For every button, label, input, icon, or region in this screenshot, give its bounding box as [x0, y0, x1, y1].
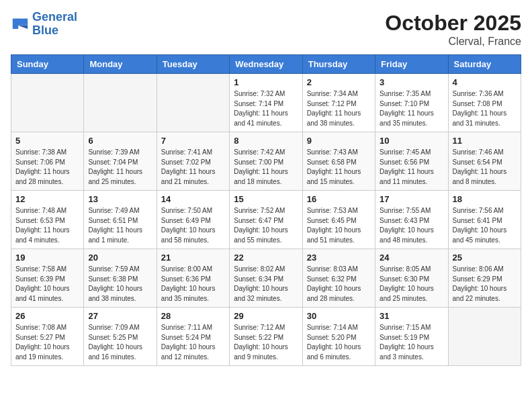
day-cell: 19Sunrise: 7:58 AM Sunset: 6:39 PM Dayli…	[11, 249, 84, 308]
week-row-5: 26Sunrise: 7:08 AM Sunset: 5:27 PM Dayli…	[11, 308, 521, 366]
day-number: 11	[453, 136, 517, 146]
header-cell-monday: Monday	[84, 55, 157, 74]
svg-marker-1	[17, 25, 28, 29]
day-info: Sunrise: 7:43 AM Sunset: 6:58 PM Dayligh…	[307, 148, 371, 187]
day-number: 9	[307, 136, 371, 146]
day-cell	[448, 308, 521, 366]
day-cell: 22Sunrise: 8:02 AM Sunset: 6:34 PM Dayli…	[230, 249, 302, 308]
day-info: Sunrise: 7:14 AM Sunset: 5:20 PM Dayligh…	[307, 323, 371, 362]
day-number: 18	[453, 194, 517, 204]
day-info: Sunrise: 8:02 AM Sunset: 6:34 PM Dayligh…	[234, 265, 298, 304]
day-number: 7	[161, 136, 225, 146]
day-cell: 27Sunrise: 7:09 AM Sunset: 5:25 PM Dayli…	[84, 308, 157, 366]
day-info: Sunrise: 8:05 AM Sunset: 6:30 PM Dayligh…	[380, 265, 443, 304]
day-number: 2	[307, 77, 371, 87]
day-cell: 14Sunrise: 7:50 AM Sunset: 6:49 PM Dayli…	[157, 191, 229, 249]
day-cell: 6Sunrise: 7:39 AM Sunset: 7:04 PM Daylig…	[84, 132, 157, 191]
day-cell: 15Sunrise: 7:52 AM Sunset: 6:47 PM Dayli…	[230, 191, 302, 249]
day-number: 1	[234, 77, 298, 87]
day-number: 29	[234, 311, 298, 321]
day-info: Sunrise: 8:03 AM Sunset: 6:32 PM Dayligh…	[307, 265, 371, 304]
day-number: 17	[380, 194, 443, 204]
logo-text: General Blue	[32, 11, 77, 38]
svg-rect-2	[13, 18, 18, 28]
day-cell: 20Sunrise: 7:59 AM Sunset: 6:38 PM Dayli…	[84, 249, 157, 308]
day-cell: 26Sunrise: 7:08 AM Sunset: 5:27 PM Dayli…	[11, 308, 84, 366]
day-number: 22	[234, 253, 298, 263]
day-number: 24	[380, 253, 443, 263]
header-row: SundayMondayTuesdayWednesdayThursdayFrid…	[11, 55, 521, 74]
day-cell: 24Sunrise: 8:05 AM Sunset: 6:30 PM Dayli…	[375, 249, 448, 308]
logo-icon	[11, 15, 30, 34]
day-info: Sunrise: 7:46 AM Sunset: 6:54 PM Dayligh…	[453, 148, 517, 187]
day-number: 30	[307, 311, 371, 321]
day-cell: 29Sunrise: 7:12 AM Sunset: 5:22 PM Dayli…	[230, 308, 302, 366]
day-cell: 2Sunrise: 7:34 AM Sunset: 7:12 PM Daylig…	[302, 74, 375, 132]
day-info: Sunrise: 7:50 AM Sunset: 6:49 PM Dayligh…	[161, 206, 225, 245]
day-info: Sunrise: 7:48 AM Sunset: 6:53 PM Dayligh…	[15, 206, 79, 245]
day-cell: 21Sunrise: 8:00 AM Sunset: 6:36 PM Dayli…	[157, 249, 229, 308]
day-info: Sunrise: 7:42 AM Sunset: 7:00 PM Dayligh…	[234, 148, 298, 187]
day-info: Sunrise: 7:39 AM Sunset: 7:04 PM Dayligh…	[88, 148, 152, 187]
day-cell: 17Sunrise: 7:55 AM Sunset: 6:43 PM Dayli…	[375, 191, 448, 249]
week-row-3: 12Sunrise: 7:48 AM Sunset: 6:53 PM Dayli…	[11, 191, 521, 249]
day-cell	[84, 74, 157, 132]
day-number: 20	[88, 253, 152, 263]
day-cell: 25Sunrise: 8:06 AM Sunset: 6:29 PM Dayli…	[448, 249, 521, 308]
day-cell: 3Sunrise: 7:35 AM Sunset: 7:10 PM Daylig…	[375, 74, 448, 132]
header-cell-friday: Friday	[375, 55, 448, 74]
day-info: Sunrise: 7:38 AM Sunset: 7:06 PM Dayligh…	[15, 148, 79, 187]
day-info: Sunrise: 7:15 AM Sunset: 5:19 PM Dayligh…	[380, 323, 443, 362]
day-cell: 8Sunrise: 7:42 AM Sunset: 7:00 PM Daylig…	[230, 132, 302, 191]
day-number: 5	[15, 136, 79, 146]
header-cell-saturday: Saturday	[448, 55, 521, 74]
day-cell: 11Sunrise: 7:46 AM Sunset: 6:54 PM Dayli…	[448, 132, 521, 191]
month-title: October 2025	[385, 11, 521, 36]
day-cell: 9Sunrise: 7:43 AM Sunset: 6:58 PM Daylig…	[302, 132, 375, 191]
day-number: 28	[161, 311, 225, 321]
day-info: Sunrise: 7:12 AM Sunset: 5:22 PM Dayligh…	[234, 323, 298, 362]
day-number: 21	[161, 253, 225, 263]
day-info: Sunrise: 7:34 AM Sunset: 7:12 PM Dayligh…	[307, 89, 371, 128]
day-number: 15	[234, 194, 298, 204]
day-number: 6	[88, 136, 152, 146]
day-cell: 12Sunrise: 7:48 AM Sunset: 6:53 PM Dayli…	[11, 191, 84, 249]
day-info: Sunrise: 7:45 AM Sunset: 6:56 PM Dayligh…	[380, 148, 443, 187]
day-info: Sunrise: 7:11 AM Sunset: 5:24 PM Dayligh…	[161, 323, 225, 362]
header: General Blue October 2025 Clerval, Franc…	[11, 11, 521, 48]
header-cell-tuesday: Tuesday	[157, 55, 229, 74]
day-info: Sunrise: 7:49 AM Sunset: 6:51 PM Dayligh…	[88, 206, 152, 245]
week-row-2: 5Sunrise: 7:38 AM Sunset: 7:06 PM Daylig…	[11, 132, 521, 191]
day-cell: 28Sunrise: 7:11 AM Sunset: 5:24 PM Dayli…	[157, 308, 229, 366]
header-cell-wednesday: Wednesday	[230, 55, 302, 74]
day-number: 31	[380, 311, 443, 321]
day-number: 23	[307, 253, 371, 263]
day-cell: 5Sunrise: 7:38 AM Sunset: 7:06 PM Daylig…	[11, 132, 84, 191]
day-number: 14	[161, 194, 225, 204]
day-number: 26	[15, 311, 79, 321]
day-info: Sunrise: 7:41 AM Sunset: 7:02 PM Dayligh…	[161, 148, 225, 187]
day-number: 16	[307, 194, 371, 204]
day-info: Sunrise: 7:32 AM Sunset: 7:14 PM Dayligh…	[234, 89, 298, 128]
day-info: Sunrise: 7:36 AM Sunset: 7:08 PM Dayligh…	[453, 89, 517, 128]
svg-marker-0	[17, 18, 28, 25]
week-row-1: 1Sunrise: 7:32 AM Sunset: 7:14 PM Daylig…	[11, 74, 521, 132]
day-number: 4	[453, 77, 517, 87]
day-info: Sunrise: 7:59 AM Sunset: 6:38 PM Dayligh…	[88, 265, 152, 304]
day-cell: 7Sunrise: 7:41 AM Sunset: 7:02 PM Daylig…	[157, 132, 229, 191]
day-info: Sunrise: 7:55 AM Sunset: 6:43 PM Dayligh…	[380, 206, 443, 245]
title-section: October 2025 Clerval, France	[385, 11, 521, 48]
day-number: 12	[15, 194, 79, 204]
day-info: Sunrise: 7:35 AM Sunset: 7:10 PM Dayligh…	[380, 89, 443, 128]
day-cell: 16Sunrise: 7:53 AM Sunset: 6:45 PM Dayli…	[302, 191, 375, 249]
day-number: 10	[380, 136, 443, 146]
logo: General Blue	[11, 11, 77, 38]
header-cell-sunday: Sunday	[11, 55, 84, 74]
day-cell	[11, 74, 84, 132]
calendar-table: SundayMondayTuesdayWednesdayThursdayFrid…	[11, 54, 521, 366]
day-info: Sunrise: 7:52 AM Sunset: 6:47 PM Dayligh…	[234, 206, 298, 245]
day-info: Sunrise: 7:53 AM Sunset: 6:45 PM Dayligh…	[307, 206, 371, 245]
day-number: 8	[234, 136, 298, 146]
header-cell-thursday: Thursday	[302, 55, 375, 74]
day-info: Sunrise: 7:56 AM Sunset: 6:41 PM Dayligh…	[453, 206, 517, 245]
